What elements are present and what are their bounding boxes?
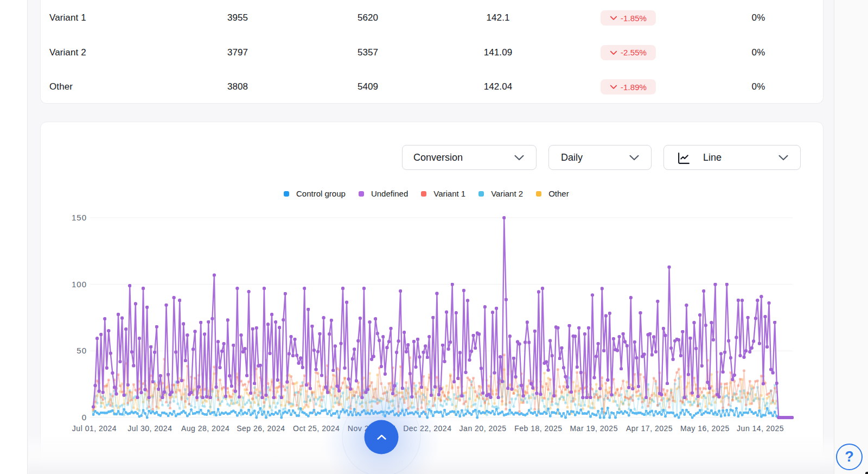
svg-text:Mar 19, 2025: Mar 19, 2025: [570, 424, 618, 433]
svg-text:Feb 18, 2025: Feb 18, 2025: [514, 424, 563, 433]
svg-text:50: 50: [76, 346, 87, 355]
svg-text:Dec 22, 2024: Dec 22, 2024: [403, 424, 451, 433]
svg-text:Sep 26, 2024: Sep 26, 2024: [237, 424, 285, 433]
svg-text:May 16, 2025: May 16, 2025: [680, 424, 730, 433]
svg-text:Jul 30, 2024: Jul 30, 2024: [127, 424, 172, 433]
svg-text:Jun 14, 2025: Jun 14, 2025: [737, 424, 784, 433]
svg-text:100: 100: [72, 280, 87, 289]
svg-text:Apr 17, 2025: Apr 17, 2025: [626, 424, 673, 433]
svg-text:150: 150: [72, 213, 87, 222]
svg-text:0: 0: [82, 413, 87, 422]
svg-text:Jul 01, 2024: Jul 01, 2024: [72, 424, 117, 433]
svg-text:Jan 20, 2025: Jan 20, 2025: [459, 424, 507, 433]
svg-text:Aug 28, 2024: Aug 28, 2024: [181, 424, 229, 433]
svg-text:Oct 25, 2024: Oct 25, 2024: [293, 424, 340, 433]
